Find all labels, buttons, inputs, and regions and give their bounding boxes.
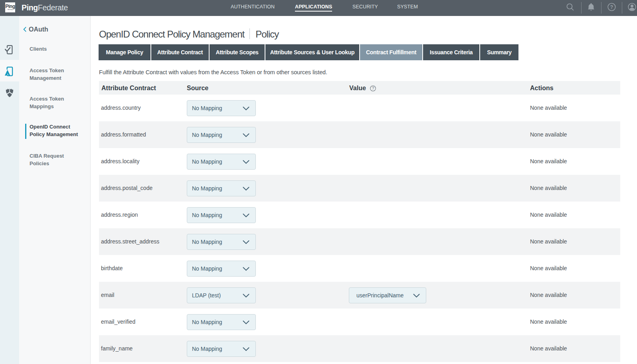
svg-text:?: ? xyxy=(372,86,374,91)
svg-text:?: ? xyxy=(610,4,613,10)
